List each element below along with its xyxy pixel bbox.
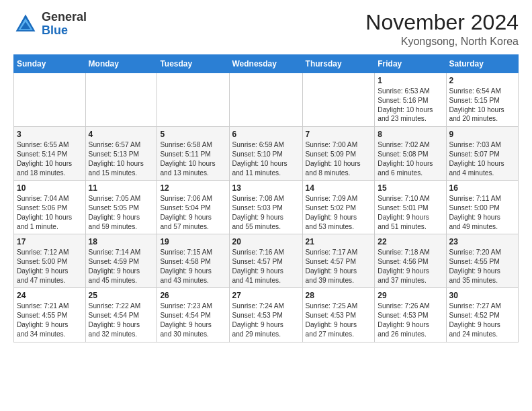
day-info: Sunrise: 7:26 AMSunset: 4:53 PMDaylight:… <box>378 302 443 338</box>
day-number: 23 <box>449 237 516 246</box>
weekday-header: Monday <box>85 55 157 73</box>
calendar-cell: 21Sunrise: 7:17 AMSunset: 4:57 PMDayligh… <box>302 234 375 288</box>
day-info: Sunrise: 7:09 AMSunset: 5:02 PMDaylight:… <box>306 194 372 231</box>
day-number: 18 <box>89 237 154 246</box>
calendar-cell: 11Sunrise: 7:05 AMSunset: 5:05 PMDayligh… <box>85 181 157 234</box>
weekday-header: Saturday <box>446 55 519 73</box>
day-number: 9 <box>449 130 516 139</box>
day-number: 12 <box>160 183 226 193</box>
day-info: Sunrise: 7:14 AMSunset: 4:59 PMDaylight:… <box>89 248 154 285</box>
weekday-header: Tuesday <box>157 55 229 73</box>
page: General Blue November 2024 Kyongsong, No… <box>0 0 532 353</box>
day-info: Sunrise: 7:00 AMSunset: 5:09 PMDaylight:… <box>306 140 372 177</box>
day-info: Sunrise: 7:11 AMSunset: 5:00 PMDaylight:… <box>449 194 516 231</box>
day-info: Sunrise: 7:16 AMSunset: 4:57 PMDaylight:… <box>232 248 300 285</box>
day-info: Sunrise: 6:57 AMSunset: 5:13 PMDaylight:… <box>89 140 154 177</box>
day-number: 27 <box>232 291 300 300</box>
calendar-cell: 19Sunrise: 7:15 AMSunset: 4:58 PMDayligh… <box>157 234 229 288</box>
location: Kyongsong, North Korea <box>365 36 519 48</box>
calendar-cell: 4Sunrise: 6:57 AMSunset: 5:13 PMDaylight… <box>85 127 157 181</box>
calendar: SundayMondayTuesdayWednesdayThursdayFrid… <box>13 54 519 342</box>
day-info: Sunrise: 7:27 AMSunset: 4:52 PMDaylight:… <box>449 302 516 338</box>
day-info: Sunrise: 7:02 AMSunset: 5:08 PMDaylight:… <box>378 140 443 177</box>
calendar-cell: 30Sunrise: 7:27 AMSunset: 4:52 PMDayligh… <box>446 288 519 342</box>
calendar-cell: 24Sunrise: 7:21 AMSunset: 4:55 PMDayligh… <box>14 288 86 342</box>
day-number: 4 <box>89 130 154 139</box>
calendar-cell: 23Sunrise: 7:20 AMSunset: 4:55 PMDayligh… <box>446 234 519 288</box>
calendar-week-row: 10Sunrise: 7:04 AMSunset: 5:06 PMDayligh… <box>14 181 519 234</box>
calendar-week-row: 17Sunrise: 7:12 AMSunset: 5:00 PMDayligh… <box>14 234 519 288</box>
day-info: Sunrise: 7:05 AMSunset: 5:05 PMDaylight:… <box>89 194 154 231</box>
calendar-cell: 15Sunrise: 7:10 AMSunset: 5:01 PMDayligh… <box>375 181 446 234</box>
day-number: 7 <box>306 130 372 139</box>
day-info: Sunrise: 7:06 AMSunset: 5:04 PMDaylight:… <box>160 194 226 231</box>
calendar-cell: 29Sunrise: 7:26 AMSunset: 4:53 PMDayligh… <box>375 288 446 342</box>
day-info: Sunrise: 7:03 AMSunset: 5:07 PMDaylight:… <box>449 140 516 177</box>
day-number: 13 <box>232 183 300 193</box>
calendar-cell: 8Sunrise: 7:02 AMSunset: 5:08 PMDaylight… <box>375 127 446 181</box>
day-info: Sunrise: 6:53 AMSunset: 5:16 PMDaylight:… <box>378 87 443 124</box>
calendar-cell: 27Sunrise: 7:24 AMSunset: 4:53 PMDayligh… <box>229 288 302 342</box>
calendar-cell: 28Sunrise: 7:25 AMSunset: 4:53 PMDayligh… <box>302 288 375 342</box>
calendar-week-row: 1Sunrise: 6:53 AMSunset: 5:16 PMDaylight… <box>14 73 519 127</box>
day-number: 15 <box>378 183 443 193</box>
calendar-cell: 26Sunrise: 7:23 AMSunset: 4:54 PMDayligh… <box>157 288 229 342</box>
calendar-header-row: SundayMondayTuesdayWednesdayThursdayFrid… <box>14 55 519 73</box>
calendar-cell: 25Sunrise: 7:22 AMSunset: 4:54 PMDayligh… <box>85 288 157 342</box>
day-info: Sunrise: 7:22 AMSunset: 4:54 PMDaylight:… <box>89 302 154 338</box>
day-info: Sunrise: 7:08 AMSunset: 5:03 PMDaylight:… <box>232 194 300 231</box>
day-number: 28 <box>306 291 372 300</box>
day-number: 22 <box>378 237 443 246</box>
calendar-cell: 17Sunrise: 7:12 AMSunset: 5:00 PMDayligh… <box>14 234 86 288</box>
day-info: Sunrise: 7:25 AMSunset: 4:53 PMDaylight:… <box>306 302 372 338</box>
calendar-cell <box>157 73 229 127</box>
calendar-cell: 20Sunrise: 7:16 AMSunset: 4:57 PMDayligh… <box>229 234 302 288</box>
calendar-cell <box>302 73 375 127</box>
logo-icon <box>13 12 38 36</box>
day-number: 25 <box>89 291 154 300</box>
day-number: 2 <box>449 76 516 85</box>
title-block: November 2024 Kyongsong, North Korea <box>365 11 519 48</box>
calendar-cell: 16Sunrise: 7:11 AMSunset: 5:00 PMDayligh… <box>446 181 519 234</box>
day-number: 19 <box>160 237 226 246</box>
calendar-cell: 9Sunrise: 7:03 AMSunset: 5:07 PMDaylight… <box>446 127 519 181</box>
calendar-cell: 18Sunrise: 7:14 AMSunset: 4:59 PMDayligh… <box>85 234 157 288</box>
calendar-cell <box>85 73 157 127</box>
day-info: Sunrise: 7:20 AMSunset: 4:55 PMDaylight:… <box>449 248 516 285</box>
day-number: 6 <box>232 130 300 139</box>
day-info: Sunrise: 6:59 AMSunset: 5:10 PMDaylight:… <box>232 140 300 177</box>
day-number: 21 <box>306 237 372 246</box>
logo-text: General Blue <box>42 11 87 38</box>
weekday-header: Friday <box>375 55 446 73</box>
calendar-cell: 7Sunrise: 7:00 AMSunset: 5:09 PMDaylight… <box>302 127 375 181</box>
day-info: Sunrise: 7:12 AMSunset: 5:00 PMDaylight:… <box>17 248 83 285</box>
calendar-week-row: 24Sunrise: 7:21 AMSunset: 4:55 PMDayligh… <box>14 288 519 342</box>
day-number: 30 <box>449 291 516 300</box>
calendar-cell <box>14 73 86 127</box>
weekday-header: Thursday <box>302 55 375 73</box>
calendar-cell: 14Sunrise: 7:09 AMSunset: 5:02 PMDayligh… <box>302 181 375 234</box>
day-info: Sunrise: 7:24 AMSunset: 4:53 PMDaylight:… <box>232 302 300 338</box>
calendar-cell: 12Sunrise: 7:06 AMSunset: 5:04 PMDayligh… <box>157 181 229 234</box>
day-number: 11 <box>89 183 154 193</box>
calendar-cell: 5Sunrise: 6:58 AMSunset: 5:11 PMDaylight… <box>157 127 229 181</box>
day-info: Sunrise: 6:55 AMSunset: 5:14 PMDaylight:… <box>17 140 83 177</box>
day-info: Sunrise: 7:04 AMSunset: 5:06 PMDaylight:… <box>17 194 83 231</box>
calendar-cell: 13Sunrise: 7:08 AMSunset: 5:03 PMDayligh… <box>229 181 302 234</box>
day-number: 26 <box>160 291 226 300</box>
day-info: Sunrise: 7:15 AMSunset: 4:58 PMDaylight:… <box>160 248 226 285</box>
day-number: 14 <box>306 183 372 193</box>
day-number: 29 <box>378 291 443 300</box>
day-number: 5 <box>160 130 226 139</box>
day-info: Sunrise: 6:54 AMSunset: 5:15 PMDaylight:… <box>449 87 516 124</box>
header: General Blue November 2024 Kyongsong, No… <box>13 11 519 48</box>
weekday-header: Sunday <box>14 55 86 73</box>
calendar-cell: 6Sunrise: 6:59 AMSunset: 5:10 PMDaylight… <box>229 127 302 181</box>
calendar-cell: 3Sunrise: 6:55 AMSunset: 5:14 PMDaylight… <box>14 127 86 181</box>
day-info: Sunrise: 6:58 AMSunset: 5:11 PMDaylight:… <box>160 140 226 177</box>
calendar-week-row: 3Sunrise: 6:55 AMSunset: 5:14 PMDaylight… <box>14 127 519 181</box>
calendar-cell <box>229 73 302 127</box>
calendar-cell: 22Sunrise: 7:18 AMSunset: 4:56 PMDayligh… <box>375 234 446 288</box>
day-info: Sunrise: 7:17 AMSunset: 4:57 PMDaylight:… <box>306 248 372 285</box>
calendar-cell: 1Sunrise: 6:53 AMSunset: 5:16 PMDaylight… <box>375 73 446 127</box>
